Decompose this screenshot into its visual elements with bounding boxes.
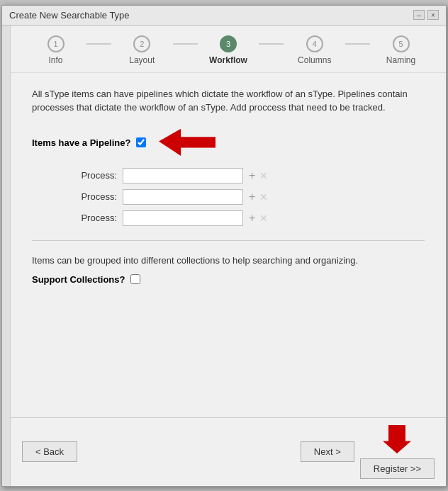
step-label-columns: Columns xyxy=(298,55,331,65)
register-button[interactable]: Register >> xyxy=(360,458,435,479)
svg-marker-1 xyxy=(383,425,411,453)
section-divider xyxy=(32,240,425,241)
title-bar: Create New Searchable Type – × xyxy=(2,6,446,26)
process-label-3: Process: xyxy=(74,213,117,223)
process-add-icon-3[interactable]: + xyxy=(249,212,255,225)
minimize-button[interactable]: – xyxy=(413,10,425,20)
step-info: 1 Info xyxy=(25,35,86,65)
process-label-1: Process: xyxy=(74,170,117,181)
close-button[interactable]: × xyxy=(427,10,439,20)
step-label-info: Info xyxy=(48,55,62,65)
collections-row: Support Collections? xyxy=(32,274,425,285)
process-row-1: Process: + ✕ xyxy=(74,168,425,184)
window-controls: – × xyxy=(413,10,439,20)
collections-description: Items can be grouped into different coll… xyxy=(32,255,425,266)
footer-left: < Back xyxy=(22,441,77,462)
process-input-2[interactable] xyxy=(123,189,243,205)
left-strip xyxy=(2,26,11,486)
process-add-icon-2[interactable]: + xyxy=(249,191,255,203)
process-remove-icon-3[interactable]: ✕ xyxy=(259,213,268,224)
footer: < Back Next > Register >> xyxy=(11,417,446,486)
step-circle-2: 2 xyxy=(133,35,150,52)
step-circle-3: 3 xyxy=(220,35,237,52)
red-arrow-left-icon xyxy=(159,128,215,158)
red-arrow-down-icon xyxy=(383,425,411,456)
pipeline-checkbox[interactable] xyxy=(136,137,146,147)
pipeline-row: Items have a Pipeline? xyxy=(32,128,425,158)
steps-bar: 1 Info 2 Layout 3 W xyxy=(11,26,446,73)
collections-checkbox-label: Support Collections? xyxy=(32,274,125,285)
connector-1 xyxy=(86,43,111,45)
process-row-3: Process: + ✕ xyxy=(74,210,425,226)
process-add-icon-1[interactable]: + xyxy=(249,169,255,182)
step-label-workflow: Workflow xyxy=(209,55,247,65)
pipeline-checkbox-label: Items have a Pipeline? xyxy=(32,137,130,148)
back-button[interactable]: < Back xyxy=(22,441,77,462)
process-remove-icon-2[interactable]: ✕ xyxy=(259,191,268,203)
step-columns: 4 Columns xyxy=(284,35,345,65)
step-circle-1: 1 xyxy=(47,35,65,52)
process-input-1[interactable] xyxy=(123,168,243,184)
connector-3 xyxy=(259,43,284,45)
step-circle-4: 4 xyxy=(306,35,323,52)
connector-2 xyxy=(173,43,198,45)
window-title: Create New Searchable Type xyxy=(9,10,130,21)
next-button[interactable]: Next > xyxy=(301,441,354,462)
step-label-layout: Layout xyxy=(129,55,155,65)
process-remove-icon-1[interactable]: ✕ xyxy=(259,170,268,181)
main-area: All sType items can have pipelines which… xyxy=(11,73,446,417)
process-input-3[interactable] xyxy=(123,210,243,226)
collections-checkbox[interactable] xyxy=(130,274,140,284)
process-label-2: Process: xyxy=(74,191,117,202)
process-row-2: Process: + ✕ xyxy=(74,189,425,205)
svg-marker-0 xyxy=(159,128,215,155)
connector-4 xyxy=(345,43,370,45)
pipeline-description: All sType items can have pipelines which… xyxy=(32,87,425,115)
step-layout: 2 Layout xyxy=(111,35,173,65)
step-circle-5: 5 xyxy=(393,35,410,52)
step-workflow: 3 Workflow xyxy=(198,35,259,65)
step-label-naming: Naming xyxy=(386,55,415,65)
step-naming: 5 Naming xyxy=(370,35,432,65)
footer-right: Next > Register >> xyxy=(301,425,435,479)
